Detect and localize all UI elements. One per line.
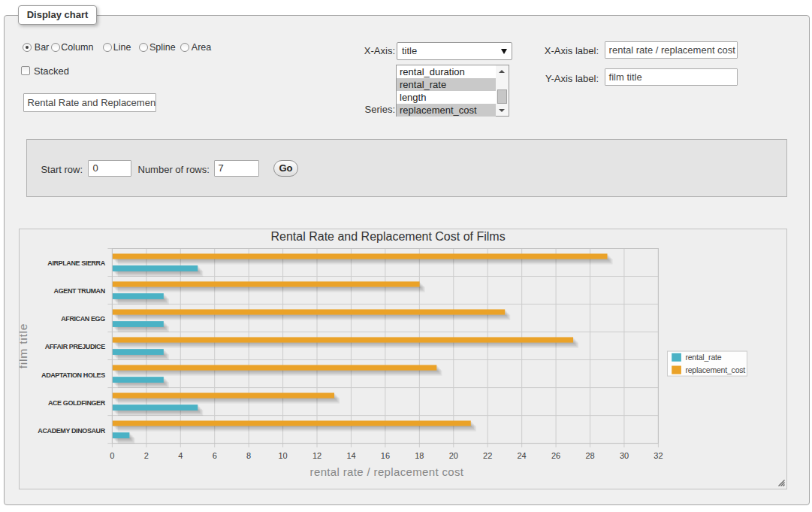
svg-text:AIRPLANE SIERRA: AIRPLANE SIERRA bbox=[47, 259, 105, 267]
svg-text:2: 2 bbox=[144, 451, 149, 460]
svg-text:30: 30 bbox=[620, 451, 629, 460]
svg-text:24: 24 bbox=[517, 451, 526, 460]
svg-text:14: 14 bbox=[346, 451, 355, 460]
svg-text:18: 18 bbox=[415, 451, 424, 460]
svg-text:4: 4 bbox=[178, 451, 183, 460]
svg-text:rental rate / replacement cost: rental rate / replacement cost bbox=[310, 465, 464, 478]
svg-text:film title: film title bbox=[20, 323, 29, 369]
svg-text:6: 6 bbox=[213, 451, 217, 460]
svg-text:ACE GOLDFINGER: ACE GOLDFINGER bbox=[48, 399, 106, 407]
svg-text:0: 0 bbox=[110, 451, 114, 460]
svg-text:28: 28 bbox=[585, 451, 594, 460]
svg-text:12: 12 bbox=[312, 451, 321, 460]
svg-text:replacement_cost: replacement_cost bbox=[685, 365, 745, 374]
svg-text:rental_rate: rental_rate bbox=[685, 353, 721, 362]
svg-text:AFFAIR PREJUDICE: AFFAIR PREJUDICE bbox=[45, 343, 106, 350]
svg-text:AGENT TRUMAN: AGENT TRUMAN bbox=[54, 287, 105, 295]
svg-text:26: 26 bbox=[551, 451, 560, 460]
svg-text:ADAPTATION HOLES: ADAPTATION HOLES bbox=[41, 371, 105, 379]
svg-text:AFRICAN EGG: AFRICAN EGG bbox=[61, 315, 105, 323]
svg-text:16: 16 bbox=[381, 451, 390, 460]
svg-text:10: 10 bbox=[278, 451, 287, 460]
svg-text:32: 32 bbox=[654, 451, 663, 460]
svg-text:Rental Rate and Replacement Co: Rental Rate and Replacement Cost of Film… bbox=[271, 230, 506, 243]
svg-text:22: 22 bbox=[483, 451, 492, 460]
svg-text:8: 8 bbox=[246, 451, 251, 460]
svg-text:20: 20 bbox=[449, 451, 458, 460]
svg-text:ACADEMY DINOSAUR: ACADEMY DINOSAUR bbox=[38, 427, 105, 435]
